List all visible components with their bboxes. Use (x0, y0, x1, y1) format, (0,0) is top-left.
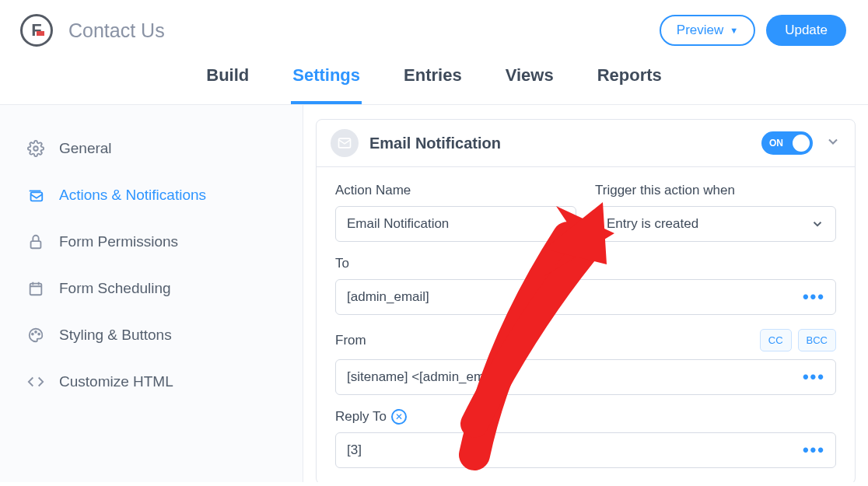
field-action-name: Action Name (335, 183, 576, 242)
action-name-label: Action Name (335, 183, 576, 198)
field-reply-to: Reply To ✕ ••• (335, 409, 836, 468)
tab-settings[interactable]: Settings (291, 61, 362, 104)
mail-icon (331, 129, 359, 157)
clear-icon[interactable]: ✕ (391, 409, 407, 425)
sidebar-item-actions[interactable]: Actions & Notifications (0, 172, 303, 219)
code-icon (26, 372, 45, 391)
reply-to-input-wrap: ••• (335, 432, 836, 468)
sidebar-item-label: General (59, 140, 112, 157)
svg-rect-1 (31, 192, 43, 201)
logo-accent (37, 31, 44, 36)
top-header: F Contact Us Preview ▼ Update (0, 0, 868, 61)
to-input[interactable] (335, 279, 836, 315)
sidebar-item-customize-html[interactable]: Customize HTML (0, 358, 303, 405)
panel-header-right: ON (761, 131, 841, 155)
settings-content: Email Notification ON Action Name (303, 105, 868, 482)
toggle-knob (793, 135, 810, 152)
settings-sidebar: General Actions & Notifications Form Per… (0, 105, 303, 482)
title-group: F Contact Us (20, 14, 165, 47)
to-label: To (335, 256, 836, 271)
svg-rect-3 (30, 284, 42, 295)
main-area: General Actions & Notifications Form Per… (0, 105, 868, 482)
app-logo: F (20, 14, 53, 47)
field-trigger: Trigger this action when Entry is create… (595, 183, 836, 242)
gear-icon (26, 139, 45, 158)
calendar-icon (26, 279, 45, 298)
reply-to-input[interactable] (335, 432, 836, 468)
svg-point-4 (32, 334, 33, 335)
panel-header: Email Notification ON (317, 120, 855, 167)
chevron-down-icon (810, 217, 824, 231)
toggle-label: ON (769, 138, 783, 149)
more-icon[interactable]: ••• (803, 295, 825, 300)
from-input[interactable] (335, 359, 836, 395)
mail-stack-icon (26, 186, 45, 205)
trigger-label: Trigger this action when (595, 183, 836, 198)
from-label-row: From CC BCC (335, 329, 836, 351)
tab-entries[interactable]: Entries (402, 61, 464, 104)
trigger-select[interactable]: Entry is created (595, 206, 836, 242)
field-from: From CC BCC ••• (335, 329, 836, 395)
header-actions: Preview ▼ Update (660, 15, 846, 46)
preview-button[interactable]: Preview ▼ (660, 15, 755, 46)
tab-reports[interactable]: Reports (596, 61, 663, 104)
sidebar-item-label: Actions & Notifications (59, 187, 206, 204)
sidebar-item-general[interactable]: General (0, 125, 303, 172)
panel-header-left: Email Notification (331, 129, 501, 157)
sidebar-item-label: Customize HTML (59, 373, 173, 390)
svg-point-5 (35, 331, 37, 333)
caret-down-icon: ▼ (730, 26, 738, 35)
panel-body: Action Name Trigger this action when Ent… (317, 167, 855, 482)
trigger-value: Entry is created (607, 216, 698, 232)
cc-button[interactable]: CC (760, 329, 792, 351)
bcc-button[interactable]: BCC (798, 329, 836, 351)
logo-letter: F (31, 22, 41, 39)
email-notification-panel: Email Notification ON Action Name (316, 119, 856, 482)
sidebar-item-styling[interactable]: Styling & Buttons (0, 312, 303, 358)
panel-toggle[interactable]: ON (761, 131, 813, 155)
more-icon[interactable]: ••• (803, 448, 825, 453)
main-tabs: Build Settings Entries Views Reports (0, 61, 868, 105)
lock-icon (26, 233, 45, 251)
more-icon[interactable]: ••• (803, 375, 825, 380)
sidebar-item-label: Form Scheduling (59, 280, 171, 297)
palette-icon (26, 326, 45, 344)
sidebar-item-permissions[interactable]: Form Permissions (0, 219, 303, 265)
from-input-wrap: ••• (335, 359, 836, 395)
panel-title: Email Notification (369, 135, 501, 152)
row-name-trigger: Action Name Trigger this action when Ent… (335, 183, 836, 242)
cc-bcc-group: CC BCC (760, 329, 836, 351)
preview-label: Preview (677, 23, 723, 38)
field-to: To ••• (335, 256, 836, 315)
svg-rect-2 (31, 241, 41, 248)
action-name-input[interactable] (335, 206, 576, 242)
update-button[interactable]: Update (766, 15, 846, 46)
tab-views[interactable]: Views (504, 61, 555, 104)
sidebar-item-scheduling[interactable]: Form Scheduling (0, 265, 303, 312)
page-title: Contact Us (68, 19, 165, 42)
reply-to-label: Reply To (335, 409, 387, 425)
svg-point-0 (33, 146, 38, 151)
reply-to-label-row: Reply To ✕ (335, 409, 836, 425)
sidebar-item-label: Styling & Buttons (59, 327, 172, 344)
chevron-down-icon[interactable] (825, 134, 841, 152)
from-label: From (335, 333, 366, 348)
svg-point-6 (38, 334, 40, 335)
sidebar-item-label: Form Permissions (59, 233, 178, 250)
to-input-wrap: ••• (335, 279, 836, 315)
tab-build[interactable]: Build (205, 61, 250, 104)
